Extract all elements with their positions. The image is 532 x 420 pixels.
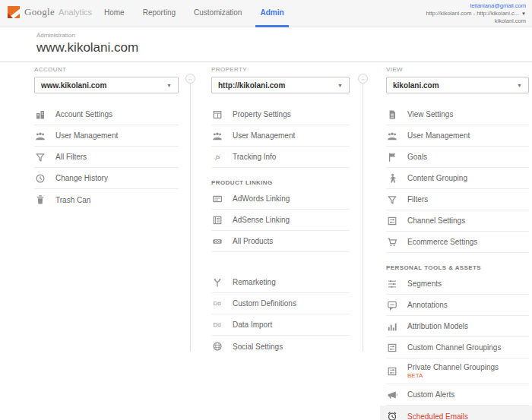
- menu-item-change-history[interactable]: Change History: [34, 168, 179, 189]
- menu-item-account-settings[interactable]: Account Settings: [34, 104, 179, 125]
- document-icon: [386, 109, 397, 120]
- menu-item-custom-definitions[interactable]: DdCustom Definitions: [211, 293, 350, 314]
- filter-icon: [386, 194, 397, 205]
- menu-item-segments[interactable]: Segments: [386, 273, 529, 295]
- menu-item-user-management[interactable]: User Management: [211, 125, 350, 147]
- menu-item-user-management[interactable]: User Management: [386, 125, 529, 147]
- property-selector[interactable]: http://kikolani.com▼: [211, 77, 350, 93]
- adsense-icon: [211, 215, 223, 226]
- menu-item-label: Remarketing: [233, 278, 276, 286]
- sliders-icon: [386, 216, 397, 226]
- menu-item-label: Content Grouping: [407, 174, 467, 182]
- menu-item-goals[interactable]: Goals: [386, 147, 529, 168]
- users-icon: [386, 131, 397, 141]
- analytics-logo-icon: [8, 6, 20, 18]
- remarketing-icon: [211, 277, 223, 288]
- menu-item-ecommerce-settings[interactable]: Ecommerce Settings: [386, 232, 529, 253]
- menu-item-label: User Management: [233, 131, 295, 140]
- selected-value: http://kikolani.com: [218, 81, 285, 90]
- page-title: www.kikolani.com: [36, 40, 532, 55]
- collapse-column-button[interactable]: ↔: [358, 74, 368, 84]
- menu-item-user-management[interactable]: User Management: [34, 125, 179, 147]
- google-analytics-logo[interactable]: Google Analytics: [8, 6, 92, 18]
- column-property: PROPERTYhttp://kikolani.com▼Property Set…: [211, 66, 350, 357]
- menu-item-label: Account Settings: [55, 110, 112, 118]
- menu-item-adsense-linking[interactable]: AdSense Linking: [211, 210, 350, 231]
- megaphone-icon: [386, 390, 397, 400]
- adwords-icon: [211, 194, 223, 204]
- menu-item-label: Change History: [55, 174, 108, 182]
- menu-item-scheduled-emails[interactable]: Scheduled Emails: [380, 406, 532, 420]
- column-account: ACCOUNTwww.kikolani.com▼Account Settings…: [34, 66, 179, 210]
- menu-item-label: Property Settings: [233, 110, 291, 118]
- speech-bubble-icon: [386, 300, 397, 311]
- column-divider-line: [363, 75, 363, 352]
- all-products-icon: [211, 236, 223, 247]
- menu-item-label: AdSense Linking: [233, 216, 290, 224]
- menu-item-label: Channel Settings: [407, 216, 465, 225]
- menu-item-label: Custom Channel Groupings: [407, 343, 501, 352]
- menu-item-custom-alerts[interactable]: Custom Alerts: [386, 384, 529, 406]
- menu-item-label: Filters: [407, 195, 428, 204]
- nav-tab-home[interactable]: Home: [95, 0, 134, 27]
- collapse-column-button[interactable]: ↔: [185, 74, 195, 84]
- globe-icon: [211, 341, 223, 352]
- menu-item-label: Data Import: [233, 321, 272, 329]
- beta-badge: BETA: [407, 372, 499, 379]
- section-header-personal-tools-assets: PERSONAL TOOLS & ASSETS: [386, 264, 529, 271]
- menu-item-custom-channel-groupings[interactable]: Custom Channel Groupings: [386, 337, 529, 358]
- column-view: VIEWkikolani.com▼View SettingsUser Manag…: [386, 66, 529, 420]
- menu-item-content-grouping[interactable]: Content Grouping: [386, 168, 529, 189]
- menu-item-social-settings[interactable]: Social Settings: [211, 336, 350, 357]
- cart-icon: [386, 237, 397, 248]
- users-icon: [34, 131, 46, 141]
- history-icon: [34, 173, 46, 184]
- current-view-text: kikolani.com: [426, 17, 526, 25]
- column-label: ACCOUNT: [34, 66, 179, 73]
- menu-item-label: Ecommerce Settings: [407, 238, 477, 246]
- menu-item-label: All Products: [233, 237, 273, 245]
- top-bar: Google Analytics HomeReportingCustomizat…: [0, 0, 532, 27]
- user-email[interactable]: leilaniana@gmail.com: [426, 2, 526, 10]
- menu-item-attribution-models[interactable]: Attribution Models: [386, 316, 529, 337]
- nav-tab-customization[interactable]: Customization: [185, 0, 251, 27]
- menu-item-all-products[interactable]: All Products: [211, 231, 350, 252]
- menu-item-remarketing[interactable]: Remarketing: [211, 272, 350, 293]
- sliders-icon: [386, 343, 397, 353]
- menu-item-private-channel-groupings[interactable]: Private Channel GroupingsBETA: [386, 358, 529, 384]
- menu-item-filters[interactable]: Filters: [386, 189, 529, 210]
- selected-value: www.kikolani.com: [41, 81, 106, 90]
- menu-item-label: Segments: [407, 279, 442, 288]
- view-selector[interactable]: kikolani.com▼: [386, 77, 529, 93]
- menu-item-tracking-info[interactable]: .jsTracking Info: [211, 147, 350, 168]
- menu-item-data-import[interactable]: DdData Import: [211, 314, 350, 336]
- account-switcher[interactable]: leilaniana@gmail.com http://kikolani.com…: [426, 2, 526, 25]
- menu-item-all-filters[interactable]: All Filters: [34, 147, 179, 168]
- dd-icon: Dd: [211, 300, 223, 307]
- menu-item-trash-can[interactable]: Trash Can: [34, 189, 179, 210]
- nav-tab-admin[interactable]: Admin: [251, 0, 293, 27]
- menu-item-label: Tracking Info: [233, 153, 276, 161]
- chevron-down-icon[interactable]: ▼: [521, 11, 526, 16]
- menu-item-label: Social Settings: [233, 343, 283, 351]
- nav-tab-reporting[interactable]: Reporting: [134, 0, 185, 27]
- section-header-product-linking: PRODUCT LINKING: [211, 179, 350, 186]
- chevron-down-icon: ▼: [517, 83, 522, 88]
- segments-icon: [386, 279, 397, 289]
- menu-item-label: Custom Alerts: [407, 390, 454, 399]
- admin-columns-area: ACCOUNTwww.kikolani.com▼Account Settings…: [0, 62, 532, 419]
- column-label: VIEW: [386, 66, 529, 73]
- main-nav: HomeReportingCustomizationAdmin: [95, 0, 293, 27]
- menu-item-channel-settings[interactable]: Channel Settings: [386, 210, 529, 232]
- building-icon: [34, 109, 46, 120]
- menu-item-property-settings[interactable]: Property Settings: [211, 104, 350, 125]
- person-icon: [386, 173, 397, 184]
- menu-item-annotations[interactable]: Annotations: [386, 295, 529, 316]
- menu-item-label: Trash Can: [55, 196, 90, 204]
- alarm-clock-icon: [386, 411, 397, 420]
- menu-item-label: Private Channel Groupings: [407, 363, 499, 371]
- menu-item-adwords-linking[interactable]: AdWords Linking: [211, 188, 350, 210]
- menu-item-view-settings[interactable]: View Settings: [386, 104, 529, 125]
- breadcrumb: Administration: [36, 32, 532, 39]
- account-selector[interactable]: www.kikolani.com▼: [34, 77, 179, 93]
